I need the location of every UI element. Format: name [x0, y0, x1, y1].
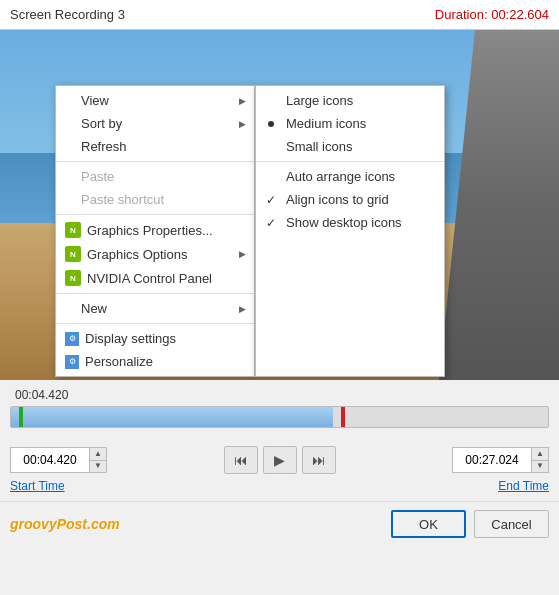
bottom-row: groovyPost.com OK Cancel — [0, 501, 559, 546]
submenu-item-auto-arrange[interactable]: Auto arrange icons — [256, 165, 444, 188]
nvidia-icon-1: N — [65, 222, 81, 238]
timeline-bar[interactable] — [10, 406, 549, 428]
menu-item-nvidia-control-panel[interactable]: N NVIDIA Control Panel — [56, 266, 254, 290]
sort-by-label: Sort by — [81, 116, 122, 131]
time-labels-row: Start Time End Time — [0, 479, 559, 493]
menu-item-view[interactable]: View — [56, 89, 254, 112]
submenu-item-medium-icons[interactable]: Medium icons — [256, 112, 444, 135]
end-time-input[interactable] — [452, 447, 532, 473]
start-time-group: ▲ ▼ — [10, 447, 107, 473]
personalize-label: Personalize — [85, 354, 153, 369]
next-frame-button[interactable]: ⏭ — [302, 446, 336, 474]
window-title: Screen Recording 3 — [10, 7, 125, 22]
cancel-button[interactable]: Cancel — [474, 510, 549, 538]
play-button[interactable]: ▶ — [263, 446, 297, 474]
end-time-spinner: ▲ ▼ — [532, 447, 549, 473]
brand-text: groovyPost.com — [10, 516, 120, 532]
menu-item-graphics-options[interactable]: N Graphics Options — [56, 242, 254, 266]
playback-controls: ⏮ ▶ ⏭ — [224, 446, 336, 474]
medium-icons-label: Medium icons — [286, 116, 366, 131]
graphics-properties-label: Graphics Properties... — [87, 223, 213, 238]
submenu-separator-1 — [256, 161, 444, 162]
timeline-marker-end — [341, 407, 345, 427]
duration-value: 00:22.604 — [491, 7, 549, 22]
menu-item-paste: Paste — [56, 165, 254, 188]
paste-shortcut-label: Paste shortcut — [81, 192, 164, 207]
small-icons-label: Small icons — [286, 139, 352, 154]
nvidia-control-panel-label: NVIDIA Control Panel — [87, 271, 212, 286]
display-settings-label: Display settings — [85, 331, 176, 346]
end-time-down[interactable]: ▼ — [532, 460, 548, 472]
submenu-item-small-icons[interactable]: Small icons — [256, 135, 444, 158]
controls-row: ▲ ▼ ⏮ ▶ ⏭ ▲ ▼ — [0, 441, 559, 479]
new-label: New — [81, 301, 107, 316]
auto-arrange-label: Auto arrange icons — [286, 169, 395, 184]
refresh-label: Refresh — [81, 139, 127, 154]
nvidia-icon-2: N — [65, 246, 81, 262]
video-area: View Sort by Refresh Paste Paste shortcu… — [0, 30, 559, 380]
end-time-up[interactable]: ▲ — [532, 448, 548, 460]
context-menu-container: View Sort by Refresh Paste Paste shortcu… — [55, 85, 445, 377]
show-desktop-icons-label: Show desktop icons — [286, 215, 402, 230]
start-time-down[interactable]: ▼ — [90, 460, 106, 472]
submenu-view: Large icons Medium icons Small icons Aut… — [255, 85, 445, 377]
duration-label: Duration: — [435, 7, 488, 22]
menu-item-new[interactable]: New — [56, 297, 254, 320]
current-time-display: 00:04.420 — [10, 388, 549, 402]
timeline-filled — [11, 407, 333, 427]
menu-item-paste-shortcut: Paste shortcut — [56, 188, 254, 211]
check-show-desktop: ✓ — [266, 216, 276, 230]
prev-frame-button[interactable]: ⏮ — [224, 446, 258, 474]
start-time-label[interactable]: Start Time — [10, 479, 65, 493]
start-time-input[interactable] — [10, 447, 90, 473]
large-icons-label: Large icons — [286, 93, 353, 108]
graphics-options-label: Graphics Options — [87, 247, 187, 262]
paste-label: Paste — [81, 169, 114, 184]
context-menu: View Sort by Refresh Paste Paste shortcu… — [55, 85, 255, 377]
start-time-up[interactable]: ▲ — [90, 448, 106, 460]
separator-2 — [56, 214, 254, 215]
menu-item-sort-by[interactable]: Sort by — [56, 112, 254, 135]
title-bar: Screen Recording 3 Duration: 00:22.604 — [0, 0, 559, 30]
ok-button[interactable]: OK — [391, 510, 466, 538]
end-time-group: ▲ ▼ — [452, 447, 549, 473]
timeline-section: 00:04.420 — [0, 380, 559, 441]
timeline-marker-start — [19, 407, 23, 427]
menu-item-graphics-properties[interactable]: N Graphics Properties... — [56, 218, 254, 242]
duration-display: Duration: 00:22.604 — [435, 7, 549, 22]
check-align-grid: ✓ — [266, 193, 276, 207]
start-time-spinner: ▲ ▼ — [90, 447, 107, 473]
submenu-item-align-to-grid[interactable]: ✓ Align icons to grid — [256, 188, 444, 211]
settings-icon-1: ⚙ — [65, 332, 79, 346]
separator-1 — [56, 161, 254, 162]
menu-item-personalize[interactable]: ⚙ Personalize — [56, 350, 254, 373]
separator-3 — [56, 293, 254, 294]
menu-item-refresh[interactable]: Refresh — [56, 135, 254, 158]
nvidia-icon-3: N — [65, 270, 81, 286]
bullet-medium — [268, 121, 274, 127]
bottom-buttons: OK Cancel — [391, 510, 549, 538]
settings-icon-2: ⚙ — [65, 355, 79, 369]
align-to-grid-label: Align icons to grid — [286, 192, 389, 207]
view-label: View — [81, 93, 109, 108]
submenu-item-large-icons[interactable]: Large icons — [256, 89, 444, 112]
separator-4 — [56, 323, 254, 324]
menu-item-display-settings[interactable]: ⚙ Display settings — [56, 327, 254, 350]
submenu-item-show-desktop-icons[interactable]: ✓ Show desktop icons — [256, 211, 444, 234]
end-time-label[interactable]: End Time — [498, 479, 549, 493]
